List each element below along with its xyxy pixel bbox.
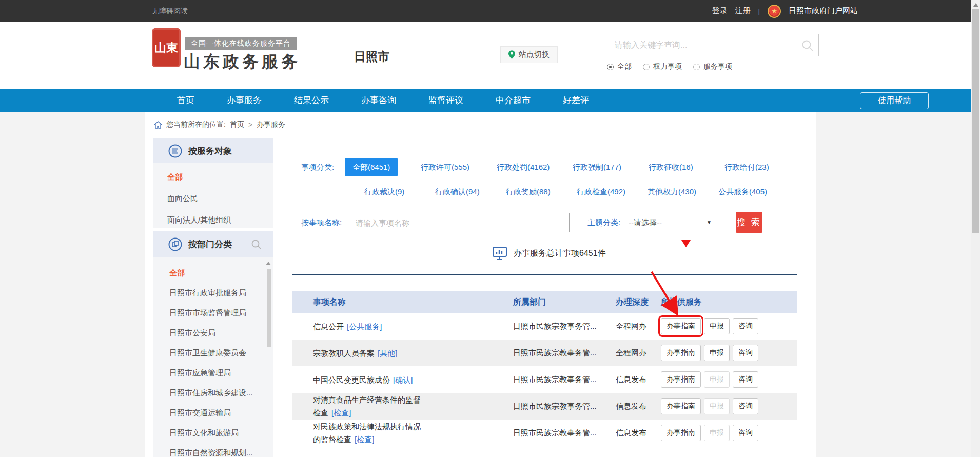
service-target-item-1[interactable]: 面向公民 <box>153 188 273 209</box>
category-chip[interactable]: 行政处罚(4162) <box>497 158 550 176</box>
site-switch-button[interactable]: 站点切换 <box>500 46 558 63</box>
accessibility-link[interactable]: 无障碍阅读 <box>152 7 188 16</box>
nav-item-6[interactable]: 好差评 <box>563 89 589 112</box>
keyword-search-input[interactable] <box>607 34 818 56</box>
category-chip[interactable]: 公共服务(405) <box>718 183 767 201</box>
cell-services: 办事指南申报咨询 <box>661 371 797 388</box>
table-body: 信息公开[公共服务]日照市民族宗教事务管...全程网办办事指南申报咨询宗教教职人… <box>292 313 797 446</box>
department-item-7[interactable]: 日照市交通运输局 <box>153 403 273 423</box>
category-chip[interactable]: 全部(6451) <box>345 158 398 176</box>
home-icon <box>154 121 162 129</box>
sidebar-scroll-up-icon[interactable] <box>266 262 271 265</box>
topic-select[interactable]: --请选择-- ▼ <box>622 213 717 232</box>
text-cursor <box>356 217 356 228</box>
breadcrumb-home[interactable]: 首页 <box>230 120 244 129</box>
service-target-title: 按服务对象 <box>188 145 232 157</box>
nav-item-2[interactable]: 结果公示 <box>294 89 329 112</box>
nav-item-3[interactable]: 办事咨询 <box>361 89 396 112</box>
consult-button[interactable]: 咨询 <box>733 345 758 361</box>
category-chip[interactable]: 行政裁决(9) <box>364 183 404 201</box>
cell-department: 日照市民族宗教事务管... <box>513 375 616 385</box>
category-chip[interactable]: 行政许可(555) <box>421 158 469 176</box>
breadcrumb: 您当前所在的位置: 首页 > 办事服务 <box>154 120 285 129</box>
department-item-6[interactable]: 日照市住房和城乡建设... <box>153 383 273 403</box>
category-slot: 行政处罚(4162) <box>497 158 573 176</box>
category-chip[interactable]: 行政确认(94) <box>435 183 480 201</box>
category-chip[interactable]: 行政征收(16) <box>649 158 693 176</box>
department-item-1[interactable]: 日照市行政审批服务局 <box>153 283 273 303</box>
category-chip[interactable]: 其他权力(430) <box>648 183 696 201</box>
category-row-1: 全部(6451)行政许可(555)行政处罚(4162)行政强制(177)行政征收… <box>345 158 800 176</box>
annotation-triangle-marker <box>681 240 691 247</box>
search-scope-option-2[interactable]: 服务事项 <box>693 62 732 71</box>
nav-item-4[interactable]: 监督评议 <box>428 89 463 112</box>
guide-button[interactable]: 办事指南 <box>661 371 701 388</box>
service-target-icon <box>168 144 182 158</box>
apply-button: 申报 <box>704 425 730 441</box>
page-scrollbar-thumb[interactable] <box>972 9 979 233</box>
category-chip[interactable]: 行政奖励(88) <box>506 183 551 201</box>
radio-label: 权力事项 <box>653 62 682 71</box>
service-target-item-2[interactable]: 面向法人/其他组织 <box>153 209 273 231</box>
register-link[interactable]: 注册 <box>735 6 751 16</box>
search-scope-radios: 全部权力事项服务事项 <box>607 62 732 71</box>
guide-button[interactable]: 办事指南 <box>661 398 701 414</box>
department-item-8[interactable]: 日照市文化和旅游局 <box>153 423 273 443</box>
item-type-tag[interactable]: [确认] <box>393 375 413 384</box>
department-item-2[interactable]: 日照市市场监督管理局 <box>153 303 273 323</box>
search-button[interactable]: 搜 索 <box>736 212 762 233</box>
category-chip[interactable]: 行政检查(492) <box>577 183 625 201</box>
items-table: 事项名称 所属部门 办理深度 所提供服务 信息公开[公共服务]日照市民族宗教事务… <box>292 291 797 446</box>
category-slot: 行政确认(94) <box>435 183 506 201</box>
consult-button[interactable]: 咨询 <box>733 318 758 334</box>
apply-button[interactable]: 申报 <box>704 318 730 334</box>
department-header: 按部门分类 <box>153 231 273 257</box>
item-type-tag[interactable]: [公共服务] <box>347 322 382 331</box>
search-scope-option-0[interactable]: 全部 <box>607 62 632 71</box>
consult-button[interactable]: 咨询 <box>733 398 758 414</box>
service-target-item-0[interactable]: 全部 <box>153 166 273 188</box>
department-item-3[interactable]: 日照市公安局 <box>153 323 273 343</box>
item-type-tag[interactable]: [检查] <box>331 408 351 417</box>
department-item-9[interactable]: 日照市自然资源和规划... <box>153 443 273 457</box>
guide-button[interactable]: 办事指南 <box>661 318 701 334</box>
scrollbar-up-icon[interactable] <box>973 3 978 7</box>
department-item-5[interactable]: 日照市应急管理局 <box>153 363 273 383</box>
nav-item-5[interactable]: 中介超市 <box>496 89 531 112</box>
help-button[interactable]: 使用帮助 <box>860 92 929 109</box>
page-scrollbar[interactable] <box>971 0 980 457</box>
sidebar-scrollbar-thumb[interactable] <box>267 269 271 347</box>
apply-button[interactable]: 申报 <box>704 345 730 361</box>
guide-button[interactable]: 办事指南 <box>661 345 701 361</box>
department-search-icon[interactable] <box>251 239 262 250</box>
keyword-search-box <box>607 34 819 56</box>
category-chip[interactable]: 行政强制(177) <box>573 158 621 176</box>
category-chip[interactable]: 行政给付(23) <box>724 158 769 176</box>
col-header-name: 事项名称 <box>292 297 513 308</box>
cell-services: 办事指南申报咨询 <box>661 425 797 441</box>
department-item-0[interactable]: 全部 <box>153 263 273 283</box>
item-name-input[interactable] <box>349 213 570 232</box>
cell-department: 日照市民族宗教事务管... <box>513 348 616 358</box>
search-icon[interactable] <box>801 39 814 52</box>
item-type-tag[interactable]: [其他] <box>378 349 397 357</box>
login-link[interactable]: 登录 <box>712 6 728 16</box>
nav-item-1[interactable]: 办事服务 <box>227 89 262 112</box>
item-type-tag[interactable]: [检查] <box>355 435 374 444</box>
topic-filter-label: 主题分类: <box>587 218 620 228</box>
cell-depth: 全程网办 <box>616 322 661 331</box>
cell-services: 办事指南申报咨询 <box>661 318 797 334</box>
site-header: 山東 全国一体化在线政务服务平台 山东政务服务 日照市 站点切换 全部权力事项服… <box>0 22 980 89</box>
table-row: 信息公开[公共服务]日照市民族宗教事务管...全程网办办事指南申报咨询 <box>292 313 797 340</box>
search-scope-option-1[interactable]: 权力事项 <box>643 62 682 71</box>
portal-link[interactable]: 日照市政府门户网站 <box>789 6 858 16</box>
cell-depth: 信息发布 <box>616 428 661 438</box>
guide-button[interactable]: 办事指南 <box>661 425 701 441</box>
consult-button[interactable]: 咨询 <box>733 425 758 441</box>
breadcrumb-current[interactable]: 办事服务 <box>257 120 285 129</box>
consult-button[interactable]: 咨询 <box>733 371 758 388</box>
category-row-2: 行政裁决(9)行政确认(94)行政奖励(88)行政检查(492)其他权力(430… <box>364 183 789 201</box>
nav-item-0[interactable]: 首页 <box>177 89 194 112</box>
department-item-4[interactable]: 日照市卫生健康委员会 <box>153 343 273 363</box>
item-name: 对清真食品生产经营条件的监督检查 <box>313 395 421 417</box>
